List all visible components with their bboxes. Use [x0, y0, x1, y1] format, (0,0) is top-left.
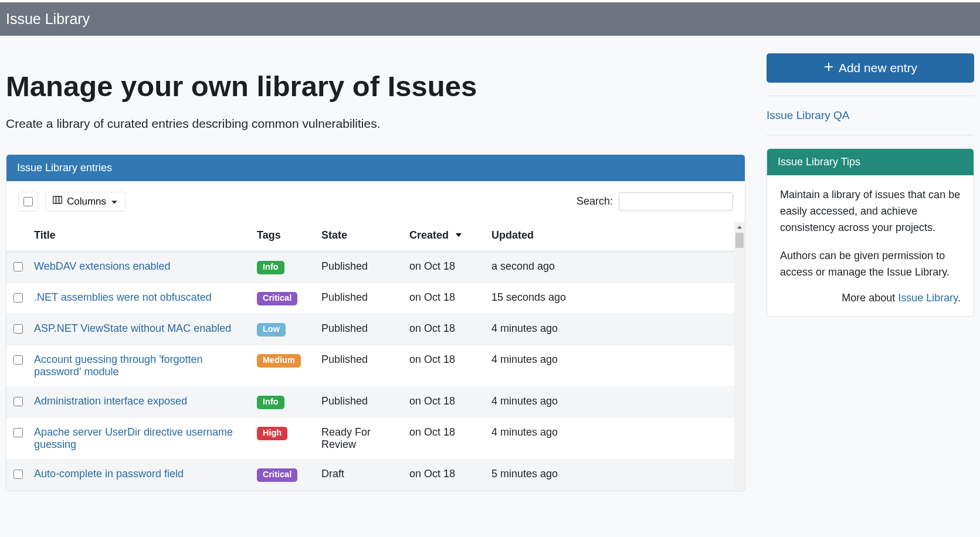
- tips-panel-header: Issue Library Tips: [767, 149, 974, 175]
- search-input[interactable]: [619, 192, 733, 211]
- severity-tag: Critical: [257, 292, 297, 305]
- row-checkbox[interactable]: [13, 324, 23, 334]
- entry-link[interactable]: ASP.NET ViewState without MAC enabled: [34, 322, 231, 334]
- created-cell: on Oct 18: [405, 283, 487, 314]
- tips-paragraph: Authors can be given permission to acces…: [780, 248, 961, 281]
- updated-cell: 4 minutes ago: [487, 314, 734, 345]
- severity-tag: Critical: [257, 468, 297, 482]
- table-row: Auto-complete in password fieldCriticalD…: [6, 459, 734, 490]
- add-entry-label: Add new entry: [839, 61, 917, 75]
- severity-tag: High: [257, 427, 287, 440]
- entry-link[interactable]: Apache server UserDir directive username…: [34, 426, 233, 450]
- entry-link[interactable]: Auto-complete in password field: [34, 468, 184, 480]
- state-cell: Ready For Review: [317, 417, 405, 459]
- state-cell: Published: [317, 386, 405, 417]
- table-row: ASP.NET ViewState without MAC enabledLow…: [6, 314, 734, 345]
- svg-rect-0: [53, 196, 62, 203]
- row-checkbox[interactable]: [13, 470, 23, 479]
- row-checkbox[interactable]: [13, 262, 23, 271]
- severity-tag: Low: [257, 323, 286, 337]
- tips-paragraph: Maintain a library of issues that can be…: [780, 187, 961, 236]
- entries-table: Title Tags State Created Updated: [6, 222, 734, 491]
- qa-link[interactable]: Issue Library QA: [767, 109, 850, 121]
- table-row: Administration interface exposedInfoPubl…: [6, 386, 734, 417]
- created-cell: on Oct 18: [405, 345, 487, 386]
- state-cell: Published: [317, 314, 405, 345]
- col-state[interactable]: State: [317, 222, 405, 251]
- created-cell: on Oct 18: [405, 386, 487, 417]
- app-header: Issue Library: [0, 2, 980, 36]
- col-updated[interactable]: Updated: [487, 222, 734, 251]
- plus-icon: [823, 61, 834, 75]
- chevron-down-icon: [111, 196, 118, 208]
- issue-library-link[interactable]: Issue Library: [898, 292, 958, 304]
- search-label: Search:: [577, 195, 613, 208]
- page-title: Manage your own library of Issues: [6, 70, 745, 104]
- select-all-wrapper[interactable]: [18, 192, 38, 212]
- row-checkbox[interactable]: [13, 397, 23, 406]
- columns-icon: [53, 195, 62, 208]
- severity-tag: Info: [257, 261, 284, 274]
- table-row: .NET assemblies were not obfuscatedCriti…: [6, 283, 734, 314]
- app-title: Issue Library: [6, 11, 974, 28]
- severity-tag: Info: [257, 396, 284, 409]
- updated-cell: 4 minutes ago: [487, 417, 734, 459]
- severity-tag: Medium: [257, 354, 301, 368]
- updated-cell: a second ago: [487, 251, 734, 283]
- columns-label: Columns: [67, 196, 106, 208]
- table-row: WebDAV extensions enabledInfoPublishedon…: [6, 251, 734, 283]
- columns-button[interactable]: Columns: [45, 192, 126, 212]
- created-cell: on Oct 18: [405, 251, 487, 283]
- entry-link[interactable]: .NET assemblies were not obfuscated: [34, 291, 212, 303]
- page-lead: Create a library of curated entries desc…: [6, 117, 745, 131]
- entry-link[interactable]: Account guessing through 'forgotten pass…: [34, 354, 203, 378]
- select-all-checkbox[interactable]: [23, 197, 33, 206]
- state-cell: Published: [317, 345, 405, 386]
- sidebar-separator: [767, 135, 974, 135]
- state-cell: Published: [317, 283, 405, 314]
- scroll-up-icon[interactable]: [734, 222, 745, 233]
- entry-link[interactable]: Administration interface exposed: [34, 395, 187, 407]
- row-checkbox[interactable]: [13, 428, 23, 437]
- updated-cell: 4 minutes ago: [487, 345, 734, 386]
- updated-cell: 15 seconds ago: [487, 283, 734, 314]
- row-checkbox[interactable]: [13, 355, 23, 365]
- state-cell: Published: [317, 251, 405, 283]
- updated-cell: 5 minutes ago: [487, 459, 734, 490]
- tips-panel: Issue Library Tips Maintain a library of…: [767, 148, 974, 317]
- scroll-thumb[interactable]: [735, 233, 744, 248]
- entry-link[interactable]: WebDAV extensions enabled: [34, 260, 170, 272]
- entries-panel-header: Issue Library entries: [6, 155, 745, 181]
- col-created[interactable]: Created: [405, 222, 487, 251]
- row-checkbox[interactable]: [13, 293, 23, 303]
- col-tags[interactable]: Tags: [252, 222, 317, 251]
- sort-desc-icon: [455, 229, 462, 242]
- tips-more: More about Issue Library.: [780, 292, 961, 304]
- sidebar-separator: [767, 96, 974, 96]
- table-row: Account guessing through 'forgotten pass…: [6, 345, 734, 386]
- table-row: Apache server UserDir directive username…: [6, 417, 734, 459]
- entries-panel: Issue Library entries Columns: [6, 154, 745, 491]
- created-cell: on Oct 18: [405, 459, 487, 490]
- created-cell: on Oct 18: [405, 417, 487, 459]
- state-cell: Draft: [317, 459, 405, 490]
- table-scrollbar[interactable]: [734, 222, 745, 491]
- col-title[interactable]: Title: [29, 222, 252, 251]
- add-entry-button[interactable]: Add new entry: [767, 53, 974, 83]
- updated-cell: 4 minutes ago: [487, 386, 734, 417]
- created-cell: on Oct 18: [405, 314, 487, 345]
